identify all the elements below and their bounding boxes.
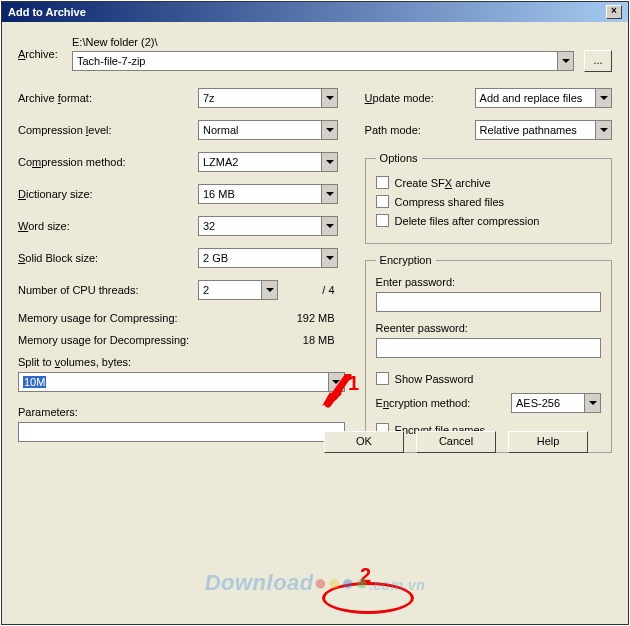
dict-combo[interactable]: 16 MB xyxy=(198,184,338,204)
archive-path: E:\New folder (2)\ xyxy=(72,36,612,48)
word-combo[interactable]: 32 xyxy=(198,216,338,236)
split-label: Split to volumes, bytes: xyxy=(18,356,345,368)
chevron-down-icon[interactable] xyxy=(321,249,337,267)
delete-checkbox[interactable] xyxy=(376,214,389,227)
shared-checkbox[interactable] xyxy=(376,195,389,208)
mem-comp-value: 192 MB xyxy=(297,312,345,324)
show-password-checkbox[interactable] xyxy=(376,372,389,385)
encryption-group: Encryption Enter password: Reenter passw… xyxy=(365,254,612,453)
chevron-down-icon[interactable] xyxy=(321,217,337,235)
update-combo[interactable]: Add and replace files xyxy=(475,88,612,108)
word-label: Word size: xyxy=(18,220,198,232)
help-button[interactable]: Help xyxy=(508,431,588,453)
chevron-down-icon[interactable] xyxy=(321,89,337,107)
ok-button[interactable]: OK xyxy=(324,431,404,453)
enc-method-combo[interactable]: AES-256 xyxy=(511,393,601,413)
mem-decomp-label: Memory usage for Decompressing: xyxy=(18,334,189,346)
mem-comp-label: Memory usage for Compressing: xyxy=(18,312,178,324)
chevron-down-icon[interactable] xyxy=(321,153,337,171)
block-combo[interactable]: 2 GB xyxy=(198,248,338,268)
window-title: Add to Archive xyxy=(8,6,86,18)
threads-max: / 4 xyxy=(322,284,344,296)
chevron-down-icon[interactable] xyxy=(321,121,337,139)
level-label: Compression level: xyxy=(18,124,198,136)
delete-label: Delete files after compression xyxy=(395,215,540,227)
sfx-label: Create SFX archive xyxy=(395,177,491,189)
chevron-down-icon[interactable] xyxy=(595,121,611,139)
split-combo[interactable]: 10M xyxy=(18,372,345,392)
dialog-buttons: OK Cancel Help xyxy=(324,431,588,453)
params-input[interactable] xyxy=(18,422,345,442)
pathmode-combo[interactable]: Relative pathnames xyxy=(475,120,612,140)
method-label: Compression method: xyxy=(18,156,198,168)
level-combo[interactable]: Normal xyxy=(198,120,338,140)
method-combo[interactable]: LZMA2 xyxy=(198,152,338,172)
chevron-down-icon[interactable] xyxy=(557,52,573,70)
archive-filename-combo[interactable]: Tach-file-7-zip xyxy=(72,51,574,71)
reenter-password-label: Reenter password: xyxy=(376,322,601,334)
chevron-down-icon[interactable] xyxy=(261,281,277,299)
threads-combo[interactable]: 2 xyxy=(198,280,278,300)
sfx-checkbox[interactable] xyxy=(376,176,389,189)
chevron-down-icon[interactable] xyxy=(321,185,337,203)
split-value: 10M xyxy=(23,376,46,388)
options-legend: Options xyxy=(376,152,422,164)
chevron-down-icon[interactable] xyxy=(584,394,600,412)
enter-password-input[interactable] xyxy=(376,292,601,312)
block-label: Solid Block size: xyxy=(18,252,198,264)
browse-button[interactable]: ... xyxy=(584,50,612,72)
cancel-button[interactable]: Cancel xyxy=(416,431,496,453)
title-bar: Add to Archive × xyxy=(2,2,628,22)
archive-label: Archive: xyxy=(18,36,72,60)
threads-label: Number of CPU threads: xyxy=(18,284,198,296)
pathmode-label: Path mode: xyxy=(365,124,475,136)
close-button[interactable]: × xyxy=(606,5,622,19)
enter-password-label: Enter password: xyxy=(376,276,601,288)
chevron-down-icon[interactable] xyxy=(328,373,344,391)
dict-label: Dictionary size: xyxy=(18,188,198,200)
annotation-ellipse-ok xyxy=(322,582,414,614)
encryption-legend: Encryption xyxy=(376,254,436,266)
options-group: Options Create SFX archive Compress shar… xyxy=(365,152,612,244)
reenter-password-input[interactable] xyxy=(376,338,601,358)
params-label: Parameters: xyxy=(18,406,345,418)
format-combo[interactable]: 7z xyxy=(198,88,338,108)
mem-decomp-value: 18 MB xyxy=(303,334,345,346)
update-label: Update mode: xyxy=(365,92,475,104)
annotation-2: 2 xyxy=(360,564,371,587)
format-label: Archive format: xyxy=(18,92,198,104)
enc-method-label: Encryption method: xyxy=(376,397,505,409)
archive-filename: Tach-file-7-zip xyxy=(73,52,557,70)
shared-label: Compress shared files xyxy=(395,196,504,208)
watermark: Download●●●●.com.vn xyxy=(205,570,426,596)
show-password-label: Show Password xyxy=(395,373,474,385)
chevron-down-icon[interactable] xyxy=(595,89,611,107)
